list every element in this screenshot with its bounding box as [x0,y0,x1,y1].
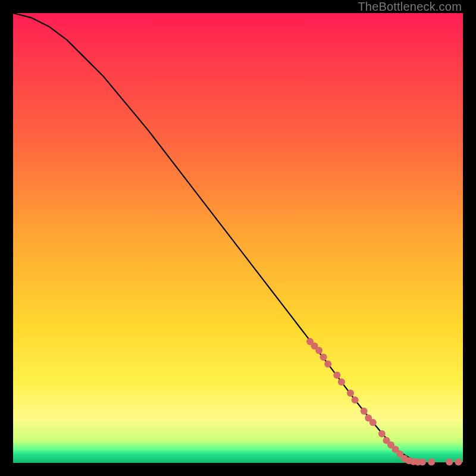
data-marker [320,353,327,361]
data-marker [455,459,462,466]
data-marker [352,396,359,403]
data-marker [369,419,377,426]
data-marker [333,372,340,379]
curve-path [13,13,463,463]
data-marker [338,378,345,386]
data-marker [419,459,426,466]
chart-overlay [13,13,463,463]
data-marker [324,361,331,368]
data-marker [378,430,386,437]
chart-frame: TheBottleneck.com [0,0,476,476]
data-marker [446,459,453,466]
data-marker [428,459,435,466]
marker-group [306,338,462,466]
data-marker [347,390,354,397]
watermark-text: TheBottleneck.com [358,0,462,14]
data-marker [315,347,322,354]
data-marker [361,408,368,415]
